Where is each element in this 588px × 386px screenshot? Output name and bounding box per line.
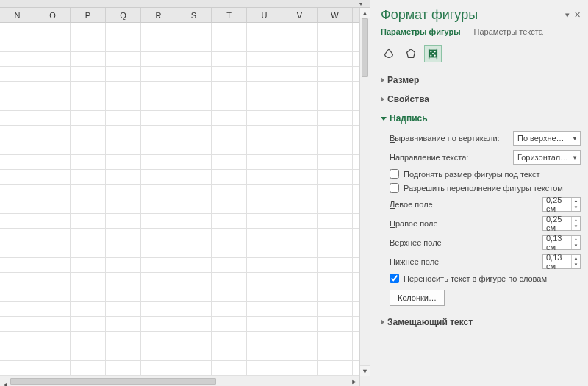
grid-cell[interactable] bbox=[247, 273, 282, 287]
grid-cell[interactable] bbox=[106, 361, 141, 375]
grid-cell[interactable] bbox=[141, 258, 176, 272]
grid-cell[interactable] bbox=[141, 229, 176, 243]
grid-cell[interactable] bbox=[0, 332, 35, 346]
grid-cell[interactable] bbox=[106, 317, 141, 331]
spin-down-icon[interactable]: ▼ bbox=[572, 243, 580, 249]
grid-cell[interactable] bbox=[282, 185, 318, 199]
grid-cell[interactable] bbox=[141, 52, 176, 66]
grid-cell[interactable] bbox=[176, 214, 212, 228]
grid-cell[interactable] bbox=[176, 140, 212, 154]
grid-cell[interactable] bbox=[141, 317, 176, 331]
grid-cell[interactable] bbox=[176, 126, 212, 140]
grid-cell[interactable] bbox=[212, 37, 247, 51]
grid-cell[interactable] bbox=[141, 126, 176, 140]
grid-cell[interactable] bbox=[318, 243, 353, 257]
grid-cell[interactable] bbox=[176, 82, 212, 96]
grid-cell[interactable] bbox=[247, 361, 282, 375]
scroll-up-icon[interactable]: ▲ bbox=[360, 8, 370, 18]
grid-cell[interactable] bbox=[106, 229, 141, 243]
grid-cell[interactable] bbox=[141, 111, 176, 125]
grid-cell[interactable] bbox=[282, 243, 318, 257]
grid-cell[interactable] bbox=[71, 199, 106, 213]
left-margin-input[interactable]: 0,25 см ▲▼ bbox=[542, 197, 581, 212]
grid-cell[interactable] bbox=[71, 185, 106, 199]
grid-cell[interactable] bbox=[106, 185, 141, 199]
grid-cell[interactable] bbox=[35, 52, 71, 66]
grid-cell[interactable] bbox=[318, 287, 353, 301]
grid-cell[interactable] bbox=[212, 170, 247, 184]
grid-cell[interactable] bbox=[35, 67, 71, 81]
grid-cell[interactable] bbox=[212, 185, 247, 199]
grid-cell[interactable] bbox=[282, 140, 318, 154]
scroll-left-icon[interactable]: ◄ bbox=[0, 379, 10, 386]
grid-cell[interactable] bbox=[35, 258, 71, 272]
grid-cell[interactable] bbox=[141, 199, 176, 213]
grid-cell[interactable] bbox=[318, 82, 353, 96]
section-alttext-header[interactable]: Замещающий текст bbox=[381, 315, 581, 329]
grid-cell[interactable] bbox=[106, 37, 141, 51]
grid-cell[interactable] bbox=[282, 332, 318, 346]
grid-cell[interactable] bbox=[0, 229, 35, 243]
grid-cell[interactable] bbox=[35, 37, 71, 51]
column-header[interactable]: W bbox=[318, 8, 353, 22]
horizontal-scrollbar[interactable]: ◄ ► bbox=[0, 376, 359, 386]
grid-cell[interactable] bbox=[282, 258, 318, 272]
grid-cell[interactable] bbox=[176, 185, 212, 199]
grid-cell[interactable] bbox=[106, 332, 141, 346]
grid-cell[interactable] bbox=[247, 346, 282, 360]
grid-cell[interactable] bbox=[71, 96, 106, 110]
column-header[interactable]: T bbox=[212, 8, 247, 22]
grid-cell[interactable] bbox=[106, 67, 141, 81]
grid-cell[interactable] bbox=[106, 199, 141, 213]
spin-down-icon[interactable]: ▼ bbox=[572, 262, 580, 268]
grid-cell[interactable] bbox=[141, 287, 176, 301]
grid-cell[interactable] bbox=[106, 155, 141, 169]
grid-cell[interactable] bbox=[212, 317, 247, 331]
grid-cell[interactable] bbox=[35, 185, 71, 199]
grid-cell[interactable] bbox=[141, 302, 176, 316]
grid-cell[interactable] bbox=[0, 346, 35, 360]
grid-cell[interactable] bbox=[282, 111, 318, 125]
grid-cell[interactable] bbox=[176, 199, 212, 213]
grid-cell[interactable] bbox=[318, 111, 353, 125]
grid-cell[interactable] bbox=[35, 199, 71, 213]
grid-cell[interactable] bbox=[212, 111, 247, 125]
grid-cell[interactable] bbox=[176, 52, 212, 66]
grid-cell[interactable] bbox=[0, 185, 35, 199]
horizontal-scroll-thumb[interactable] bbox=[10, 378, 216, 385]
vertical-scrollbar[interactable]: ▲ ▼ bbox=[359, 8, 370, 376]
spin-up-icon[interactable]: ▲ bbox=[572, 236, 580, 243]
grid-cell[interactable] bbox=[176, 243, 212, 257]
grid-cell[interactable] bbox=[212, 52, 247, 66]
grid-cell[interactable] bbox=[247, 317, 282, 331]
grid-cell[interactable] bbox=[71, 332, 106, 346]
grid-cell[interactable] bbox=[0, 96, 35, 110]
grid-cell[interactable] bbox=[71, 111, 106, 125]
grid-cell[interactable] bbox=[35, 155, 71, 169]
autofit-checkbox[interactable] bbox=[390, 169, 399, 179]
grid-cell[interactable] bbox=[0, 258, 35, 272]
grid-cell[interactable] bbox=[212, 82, 247, 96]
grid-cell[interactable] bbox=[176, 170, 212, 184]
vertical-align-combo[interactable]: По верхне… ▼ bbox=[513, 131, 581, 146]
grid-cell[interactable] bbox=[106, 140, 141, 154]
name-box-dropdown-icon[interactable]: ▾ bbox=[359, 1, 367, 7]
grid-cell[interactable] bbox=[0, 170, 35, 184]
grid-cell[interactable] bbox=[282, 273, 318, 287]
grid-cell[interactable] bbox=[71, 37, 106, 51]
grid-cell[interactable] bbox=[318, 317, 353, 331]
grid-cell[interactable] bbox=[35, 346, 71, 360]
columns-button[interactable]: Колонки… bbox=[390, 290, 445, 306]
grid-cell[interactable] bbox=[176, 96, 212, 110]
grid-cell[interactable] bbox=[318, 140, 353, 154]
grid-cell[interactable] bbox=[176, 273, 212, 287]
column-header[interactable]: N bbox=[0, 8, 35, 22]
grid-cell[interactable] bbox=[0, 273, 35, 287]
grid-cell[interactable] bbox=[212, 287, 247, 301]
grid-cell[interactable] bbox=[35, 317, 71, 331]
grid-cell[interactable] bbox=[71, 67, 106, 81]
grid-cell[interactable] bbox=[212, 346, 247, 360]
grid-cell[interactable] bbox=[212, 23, 247, 37]
grid-cell[interactable] bbox=[141, 332, 176, 346]
grid-cell[interactable] bbox=[318, 346, 353, 360]
